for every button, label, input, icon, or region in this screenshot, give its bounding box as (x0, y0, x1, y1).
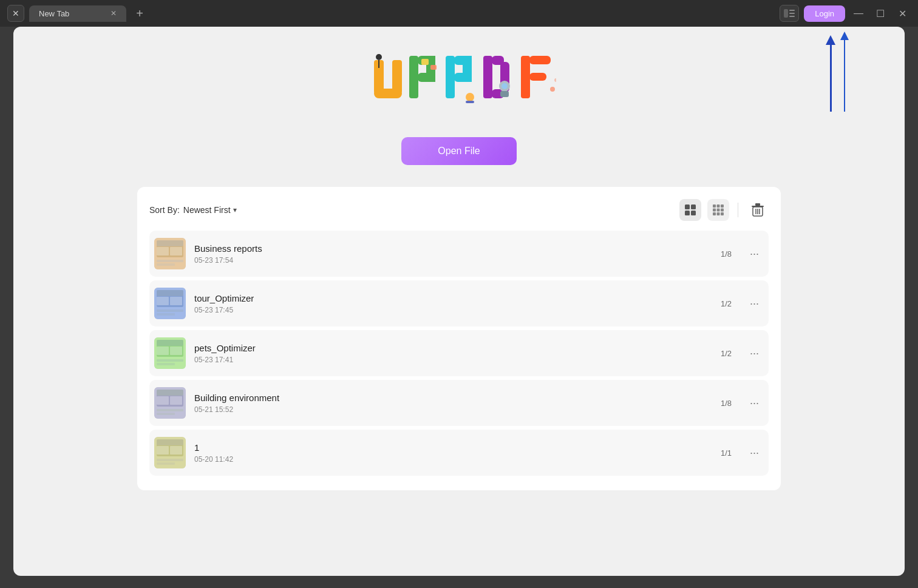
svg-rect-66 (157, 313, 175, 316)
grid-large-icon (684, 204, 696, 216)
list-item[interactable]: Building environment 05-21 15:52 1/8 ··· (149, 380, 769, 426)
sidebar-toggle-button[interactable] (780, 5, 799, 22)
file-name: pets_Optimizer (194, 343, 712, 353)
list-item[interactable]: pets_Optimizer 05-23 17:41 1/2 ··· (149, 330, 769, 376)
svg-rect-37 (691, 204, 696, 209)
file-more-button[interactable]: ··· (745, 245, 764, 263)
file-thumb-svg (154, 238, 186, 269)
file-thumb-svg (154, 387, 186, 419)
svg-rect-15 (446, 56, 455, 98)
file-more-button[interactable]: ··· (745, 394, 764, 412)
file-thumb-svg (154, 288, 186, 319)
file-date: 05-23 17:45 (194, 306, 712, 314)
svg-rect-60 (157, 247, 169, 255)
file-pages: 1/2 (721, 299, 732, 308)
svg-rect-2 (789, 13, 795, 14)
svg-rect-36 (685, 204, 690, 209)
titlebar: ✕ New Tab ✕ + Login — ☐ ✕ (0, 0, 918, 27)
new-tab-button[interactable]: + (131, 5, 148, 22)
login-arrow-container (826, 35, 835, 112)
svg-rect-80 (157, 413, 175, 415)
file-pages: 1/8 (721, 399, 732, 408)
svg-rect-45 (721, 209, 724, 212)
svg-rect-5 (392, 60, 402, 93)
tab-label: New Tab (39, 9, 69, 18)
file-info: pets_Optimizer 05-23 17:41 (194, 343, 712, 364)
svg-rect-61 (170, 247, 182, 255)
trash-icon (751, 203, 764, 217)
svg-rect-26 (500, 91, 509, 97)
svg-rect-18 (463, 56, 472, 82)
svg-rect-71 (157, 340, 183, 346)
svg-point-32 (554, 78, 556, 82)
file-info: Building environment 05-21 15:52 (194, 393, 712, 414)
svg-rect-82 (170, 396, 182, 405)
minimize-button[interactable]: — (850, 5, 867, 22)
tab-close-icon[interactable]: ✕ (110, 9, 117, 18)
file-name: 1 (194, 442, 712, 453)
svg-rect-43 (713, 209, 716, 212)
maximize-button[interactable]: ☐ (872, 5, 889, 22)
main-content: Open File Sort By: Newest First ▾ (13, 27, 905, 576)
svg-rect-68 (170, 297, 182, 305)
svg-rect-13 (421, 59, 429, 65)
svg-rect-75 (170, 346, 182, 355)
svg-rect-64 (157, 290, 183, 296)
grid-view-small-button[interactable] (707, 199, 729, 221)
svg-rect-73 (157, 363, 175, 365)
window-close-button[interactable]: ✕ (894, 5, 911, 22)
svg-rect-85 (157, 439, 183, 445)
svg-rect-42 (721, 204, 724, 208)
login-arrow-annotation (844, 33, 845, 112)
svg-rect-41 (717, 204, 720, 208)
svg-rect-72 (157, 359, 183, 362)
file-thumbnail (154, 387, 186, 419)
svg-rect-48 (721, 212, 724, 215)
file-more-button[interactable]: ··· (745, 295, 764, 313)
file-date: 05-23 17:54 (194, 256, 712, 265)
login-button[interactable]: Login (804, 5, 845, 22)
file-rows-container: Business reports 05-23 17:54 1/8 ··· tou… (149, 231, 769, 476)
delete-button[interactable] (747, 199, 769, 221)
file-name: tour_Optimizer (194, 293, 712, 303)
grid-view-large-button[interactable] (679, 199, 701, 221)
file-more-button[interactable]: ··· (745, 444, 764, 462)
open-file-button[interactable]: Open File (401, 137, 516, 165)
file-date: 05-21 15:52 (194, 405, 712, 414)
list-item[interactable]: tour_Optimizer 05-23 17:45 1/2 ··· (149, 280, 769, 326)
svg-rect-58 (157, 260, 183, 262)
sort-chevron-icon[interactable]: ▾ (233, 206, 237, 214)
svg-point-19 (466, 93, 474, 101)
sidebar-icon (784, 9, 795, 18)
svg-rect-74 (157, 346, 169, 355)
svg-rect-88 (157, 446, 169, 455)
svg-point-31 (550, 87, 555, 92)
tab-close-button[interactable]: ✕ (7, 5, 24, 22)
svg-rect-57 (157, 240, 183, 246)
new-tab-icon: + (136, 7, 143, 21)
file-name: Business reports (194, 243, 712, 254)
svg-rect-59 (157, 263, 175, 266)
list-item[interactable]: Business reports 05-23 17:54 1/8 ··· (149, 231, 769, 277)
browser-tab[interactable]: New Tab ✕ (29, 5, 126, 22)
updf-logo-svg (362, 51, 556, 118)
sort-bar: Sort By: Newest First ▾ (149, 199, 769, 221)
list-item[interactable]: 1 05-20 11:42 1/1 ··· (149, 430, 769, 476)
file-info: Business reports 05-23 17:54 (194, 243, 712, 265)
svg-rect-86 (157, 459, 183, 461)
svg-rect-44 (717, 209, 720, 212)
svg-rect-50 (755, 203, 760, 206)
svg-rect-81 (157, 396, 169, 405)
file-thumbnail (154, 437, 186, 468)
svg-rect-20 (466, 101, 474, 103)
file-more-button[interactable]: ··· (745, 345, 764, 362)
view-controls (679, 199, 769, 221)
file-thumbnail (154, 238, 186, 269)
svg-rect-79 (157, 409, 183, 411)
svg-rect-39 (691, 211, 696, 215)
svg-rect-6 (374, 89, 402, 98)
sort-by-label: Sort By: (149, 205, 180, 215)
arrow-shaft (830, 45, 832, 112)
file-pages: 1/2 (721, 349, 732, 358)
file-info: 1 05-20 11:42 (194, 442, 712, 464)
